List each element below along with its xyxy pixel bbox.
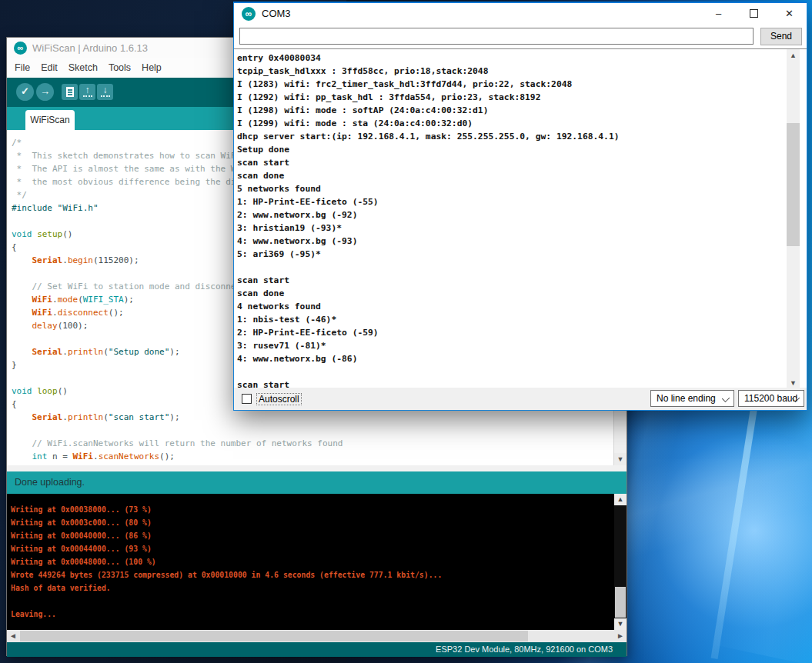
- text-line: [237, 261, 790, 274]
- scrollbar-thumb[interactable]: [20, 631, 528, 641]
- autoscroll-label[interactable]: Autoscroll: [256, 393, 302, 405]
- chevron-down-icon: [722, 395, 730, 402]
- text-line: scan start: [237, 156, 790, 169]
- close-icon: ✕: [785, 8, 794, 19]
- upload-status-bar: Done uploading.: [7, 471, 627, 494]
- text-line: Writing at 0x00048000... (100 %): [11, 555, 611, 568]
- text-line: 4: www.networx.bg (-86): [237, 352, 790, 365]
- ide-window-title: WiFiScan | Arduino 1.6.13: [32, 38, 148, 58]
- console-vertical-scrollbar[interactable]: ▲ ▼: [614, 494, 627, 630]
- baud-rate-value: 115200 baud: [744, 393, 797, 404]
- serial-monitor-window: ∞ COM3 – ✕ Send entry 0x40080034tcpip_ta…: [233, 2, 807, 411]
- document-icon: [66, 87, 74, 97]
- text-line: Writing at 0x00038000... (73 %): [11, 503, 611, 516]
- menu-tools[interactable]: Tools: [109, 58, 131, 78]
- code-line: [12, 424, 611, 437]
- arrow-down-icon: ↓: [97, 85, 113, 95]
- close-button[interactable]: ✕: [772, 3, 807, 25]
- text-line: Writing at 0x00040000... (86 %): [11, 529, 611, 542]
- minimize-button[interactable]: –: [701, 3, 736, 25]
- editor-horizontal-scrollbar[interactable]: [7, 465, 627, 471]
- menu-edit[interactable]: Edit: [41, 58, 58, 78]
- scroll-down-arrow-icon[interactable]: ▼: [614, 618, 627, 630]
- line-ending-select[interactable]: No line ending: [650, 390, 734, 407]
- menu-help[interactable]: Help: [142, 58, 162, 78]
- text-line: entry 0x40080034: [237, 52, 790, 65]
- text-line: Writing at 0x0003c000... (80 %): [11, 516, 611, 529]
- arrow-right-icon: →: [36, 83, 54, 100]
- build-console[interactable]: Writing at 0x00038000... (73 %)Writing a…: [7, 494, 627, 630]
- upload-status-text: Done uploading.: [7, 471, 627, 494]
- code-line: int n = WiFi.scanNetworks();: [12, 450, 611, 463]
- text-line: [237, 365, 790, 378]
- text-line: scan done: [237, 287, 790, 300]
- menu-file[interactable]: File: [15, 58, 30, 78]
- console-output: Writing at 0x00038000... (73 %)Writing a…: [11, 503, 611, 621]
- text-line: dhcp server start:(ip: 192.168.4.1, mask…: [237, 130, 790, 143]
- text-line: 4: www.networx.bg (-93): [237, 235, 790, 248]
- dotted-line: [101, 95, 110, 97]
- code-line: // WiFi.scanNetworks will return the num…: [12, 437, 611, 450]
- check-icon: ✓: [16, 83, 34, 100]
- baud-rate-select[interactable]: 115200 baud: [738, 390, 804, 407]
- text-line: Setup done: [237, 143, 790, 156]
- arduino-logo-icon: ∞: [14, 42, 27, 55]
- scrollbar-thumb[interactable]: [787, 123, 800, 246]
- serial-vertical-scrollbar[interactable]: ▲ ▼: [787, 49, 800, 389]
- serial-input-row: Send: [234, 25, 807, 48]
- minimize-icon: –: [716, 8, 721, 19]
- code-line: Serial.println("scan start");: [12, 411, 611, 424]
- board-status-bar: ESP32 Dev Module, 80MHz, 921600 on COM3: [7, 642, 627, 657]
- text-line: Hash of data verified.: [11, 581, 611, 595]
- scroll-right-arrow-icon[interactable]: ►: [614, 630, 627, 642]
- text-line: Writing at 0x00044000... (93 %): [11, 542, 611, 555]
- text-line: [11, 595, 611, 608]
- text-line: scan start: [237, 274, 790, 287]
- text-line: tcpip_task_hdlxxx : 3ffd58cc, prio:18,st…: [237, 65, 790, 78]
- serial-monitor-title-bar[interactable]: ∞ COM3 – ✕: [234, 3, 807, 25]
- text-line: I (1283) wifi: frc2_timer_task_hdl:3ffd7…: [237, 78, 790, 91]
- maximize-icon: [750, 9, 758, 18]
- text-line: Wrote 449264 bytes (233715 compressed) a…: [11, 568, 611, 581]
- text-line: 3: rusev71 (-81)*: [237, 339, 790, 352]
- text-line: 2: HP-Print-EE-ficeto (-59): [237, 326, 790, 339]
- text-line: 1: nbis-test (-46)*: [237, 313, 790, 326]
- board-status-text: ESP32 Dev Module, 80MHz, 921600 on COM3: [7, 642, 627, 657]
- text-line: 3: hristian19 (-93)*: [237, 222, 790, 235]
- text-line: scan done: [237, 169, 790, 182]
- serial-output-text: entry 0x40080034tcpip_task_hdlxxx : 3ffd…: [237, 52, 790, 390]
- text-line: 2: www.networx.bg (-92): [237, 208, 790, 222]
- arduino-logo-icon: ∞: [242, 7, 256, 21]
- serial-send-input[interactable]: [239, 28, 754, 45]
- scroll-up-arrow-icon[interactable]: ▲: [614, 494, 627, 505]
- scroll-left-arrow-icon[interactable]: ◄: [7, 630, 19, 642]
- text-line: Leaving...: [11, 608, 611, 621]
- new-sketch-button[interactable]: [62, 84, 78, 100]
- scroll-up-arrow-icon[interactable]: ▲: [787, 49, 800, 62]
- save-sketch-button[interactable]: ↓: [97, 84, 113, 100]
- text-line: 1: HP-Print-EE-ficeto (-55): [237, 195, 790, 208]
- scroll-down-arrow-icon[interactable]: ▼: [614, 453, 627, 465]
- text-line: I (1292) wifi: pp_task_hdl : 3ffda554, p…: [237, 91, 790, 104]
- line-ending-value: No line ending: [657, 393, 716, 404]
- scrollbar-thumb[interactable]: [615, 587, 626, 618]
- text-line: 5 networks found: [237, 182, 790, 195]
- text-line: 4 networks found: [237, 300, 790, 313]
- serial-monitor-bottom-bar: Autoscroll No line ending 115200 baud: [234, 388, 807, 410]
- text-line: 5: ari369 (-95)*: [237, 248, 790, 261]
- upload-button[interactable]: →: [36, 83, 54, 101]
- text-line: I (1298) wifi: mode : softAP (24:0a:c4:0…: [237, 104, 790, 117]
- serial-monitor-title: COM3: [262, 3, 291, 25]
- menu-sketch[interactable]: Sketch: [69, 58, 98, 78]
- text-line: I (1299) wifi: mode : sta (24:0a:c4:00:3…: [237, 117, 790, 130]
- dotted-line: [83, 95, 92, 97]
- autoscroll-checkbox[interactable]: [242, 394, 252, 404]
- verify-button[interactable]: ✓: [16, 83, 34, 101]
- open-sketch-button[interactable]: ↑: [79, 84, 95, 100]
- ide-horizontal-scrollbar[interactable]: ◄ ►: [7, 630, 627, 642]
- arrow-up-icon: ↑: [79, 85, 95, 95]
- maximize-button[interactable]: [737, 3, 771, 25]
- send-button[interactable]: Send: [760, 28, 802, 45]
- serial-output-panel[interactable]: entry 0x40080034tcpip_task_hdlxxx : 3ffd…: [234, 48, 807, 390]
- tab-wifiscan[interactable]: WiFiScan: [25, 110, 75, 130]
